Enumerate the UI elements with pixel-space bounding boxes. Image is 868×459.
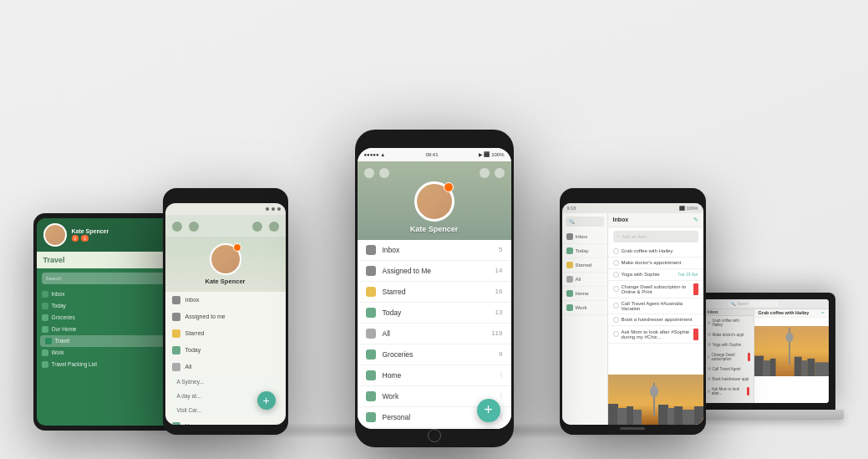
main-city-svg	[754, 326, 829, 376]
assigned-icon	[366, 266, 376, 276]
iphone-menu-inbox[interactable]: Inbox 5	[358, 240, 511, 261]
badge-4	[748, 353, 750, 361]
tablet-avatar	[43, 223, 67, 247]
mid-task-2[interactable]: Make doctor's appt	[704, 330, 754, 340]
ipad-starred[interactable]: Starred	[562, 258, 607, 273]
work-icon	[366, 391, 376, 401]
travel-label: Travel	[43, 256, 65, 264]
svg-rect-15	[754, 355, 764, 375]
packing-label: Travel Packing List	[52, 361, 178, 367]
ipad-battery: ⬛ 100%	[679, 206, 698, 211]
inbox-icon	[566, 233, 573, 240]
iphone-menu-starred[interactable]: Starred 16	[358, 282, 511, 303]
inbox-icon	[366, 245, 376, 255]
task-text-4: Change Dwell subscription to Online & Pr…	[622, 284, 691, 294]
ipad-status-bar: 9:18 ⬛ 100%	[562, 203, 703, 213]
android-avatar-badge	[233, 243, 241, 252]
android-menu-assigned[interactable]: Assigned to me	[165, 309, 286, 325]
work-icon	[42, 349, 48, 356]
ipad-home-button[interactable]	[620, 427, 645, 430]
inbox-count: 5	[499, 246, 502, 253]
iphone-home-button[interactable]	[428, 429, 441, 442]
ipad-edit-btn[interactable]: ✎	[693, 217, 698, 223]
ipad-task-3[interactable]: Yoga with Sophie Tue 19 Apr	[608, 269, 703, 281]
task-text-2: Make doctor's appointment	[622, 260, 698, 265]
android-menu-all[interactable]: All	[165, 359, 286, 375]
mid-task-4[interactable]: Change Dwell subscription	[704, 350, 754, 365]
tablet-badge-1: 2	[72, 235, 79, 242]
ipad-inbox[interactable]: Inbox	[562, 230, 607, 244]
today-icon	[566, 247, 573, 254]
ipad-today[interactable]: Today	[562, 244, 607, 258]
ipad-task-1[interactable]: Grab coffee with Hailey	[608, 246, 703, 258]
search-nav-icon[interactable]	[495, 168, 505, 178]
android-menu-home[interactable]: Home	[165, 418, 286, 425]
android-sub-item-1[interactable]: A Sydney...	[172, 375, 279, 388]
svg-rect-20	[807, 358, 815, 375]
iphone-avatar	[414, 181, 454, 222]
ipad-task-7[interactable]: Ask Mom to look after #Sophie during my …	[608, 326, 703, 344]
mid-task-5[interactable]: Call Travel Agent	[704, 365, 754, 375]
inbox-label: Inbox	[383, 246, 493, 254]
task-actions[interactable]: ✏	[821, 310, 825, 315]
starred-label: Starred	[383, 288, 489, 296]
chat-nav-icon[interactable]	[379, 168, 389, 178]
ipad-task-4[interactable]: Change Dwell subscription to Online & Pr…	[608, 281, 703, 298]
signal-icon	[266, 207, 269, 211]
android-menu-today[interactable]: Today	[165, 342, 286, 359]
ipad-search[interactable]: 🔍	[566, 217, 604, 227]
iphone-menu-today[interactable]: Today 13	[358, 303, 511, 324]
travel-label-item: Travel	[55, 338, 175, 344]
android-fab[interactable]: +	[257, 391, 276, 410]
ipad-task-6[interactable]: Book a hairdresser appointment	[608, 314, 703, 326]
work-label: Work	[576, 305, 603, 310]
all-label: All	[185, 364, 192, 370]
inbox-icon	[172, 296, 180, 304]
iphone-menu-home[interactable]: Home 〈	[358, 365, 511, 386]
settings-nav-icon[interactable]	[480, 168, 490, 178]
wifi-icon	[272, 207, 275, 211]
mid-text-3: Yoga with Sophie	[713, 343, 742, 347]
assigned-count: 14	[495, 267, 503, 274]
task-check-4	[613, 286, 619, 292]
android-menu-starred[interactable]: Starred	[165, 325, 286, 342]
today-label: Today	[383, 309, 489, 317]
android-menu-inbox[interactable]: Inbox	[165, 292, 286, 309]
main-selected-task: Grab coffee with Hailey	[759, 310, 810, 315]
android-nav-icons-right	[252, 222, 279, 232]
work-icon	[566, 304, 573, 311]
svg-rect-11	[694, 406, 703, 425]
today-label: Today	[52, 303, 175, 309]
tablet-search-text: Search	[46, 276, 62, 281]
mid-dot-7	[708, 390, 710, 393]
svg-rect-7	[658, 405, 668, 425]
bell-nav-icon[interactable]	[364, 168, 374, 178]
ipad-work[interactable]: Work	[562, 301, 607, 315]
ipad-task-2[interactable]: Make doctor's appointment	[608, 258, 703, 269]
mid-task-6[interactable]: Book hairdresser appt	[704, 375, 754, 385]
task-check-7	[613, 331, 619, 337]
ipad-main-header: Inbox ✎	[608, 213, 703, 227]
iphone-menu-groceries[interactable]: Groceries 9	[358, 344, 511, 365]
ipad-home[interactable]: Home	[562, 287, 607, 301]
sub-text-2: A day at...	[177, 393, 201, 399]
ipad-add-item[interactable]: + Add an item...	[613, 231, 698, 242]
home-icon	[566, 290, 573, 297]
iphone-menu-assigned[interactable]: Assigned to Me 14	[358, 261, 511, 282]
mid-task-7[interactable]: Ask Mom to look after...	[704, 385, 754, 399]
mid-task-1[interactable]: Grab coffee with Hailey	[704, 316, 754, 330]
iphone-menu-all[interactable]: All 119	[358, 324, 511, 344]
all-label: All	[576, 277, 603, 282]
ipad-task-5[interactable]: Call Travel Agent #Australia Vacation	[608, 298, 703, 314]
mid-task-3[interactable]: Yoga with Sophie	[704, 340, 754, 350]
travel-icon	[45, 338, 52, 344]
svg-rect-17	[769, 358, 775, 375]
task-check-6	[613, 317, 619, 323]
laptop-search-bar[interactable]: 🔍 Search	[731, 302, 749, 306]
add-placeholder: Add an item...	[622, 234, 651, 239]
task-text-3: Yoga with Sophie	[622, 272, 674, 277]
iphone-fab[interactable]: +	[477, 399, 500, 422]
work-label: Work	[52, 349, 178, 355]
task-badge-7	[693, 329, 698, 340]
ipad-all[interactable]: All	[562, 273, 607, 287]
